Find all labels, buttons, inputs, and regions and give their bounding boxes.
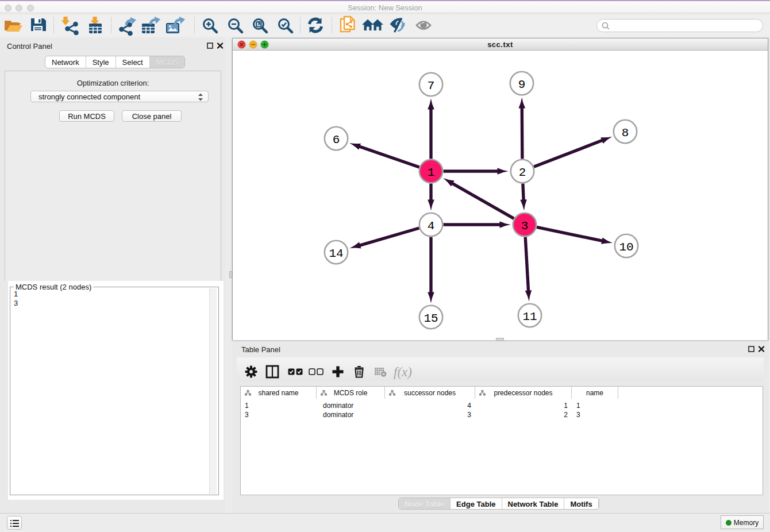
svg-text:7: 7 [428, 79, 435, 92]
svg-text:15: 15 [424, 312, 438, 325]
svg-text:10: 10 [619, 241, 633, 254]
svg-text:2: 2 [519, 166, 526, 179]
svg-text:8: 8 [622, 126, 629, 140]
svg-text:14: 14 [329, 247, 343, 260]
svg-text:3: 3 [521, 219, 529, 233]
svg-text:1: 1 [428, 166, 435, 179]
svg-text:11: 11 [522, 310, 537, 323]
svg-text:9: 9 [518, 78, 526, 91]
svg-text:4: 4 [428, 219, 435, 233]
svg-text:6: 6 [333, 133, 340, 147]
svg-text:f(x): f(x) [394, 365, 412, 379]
